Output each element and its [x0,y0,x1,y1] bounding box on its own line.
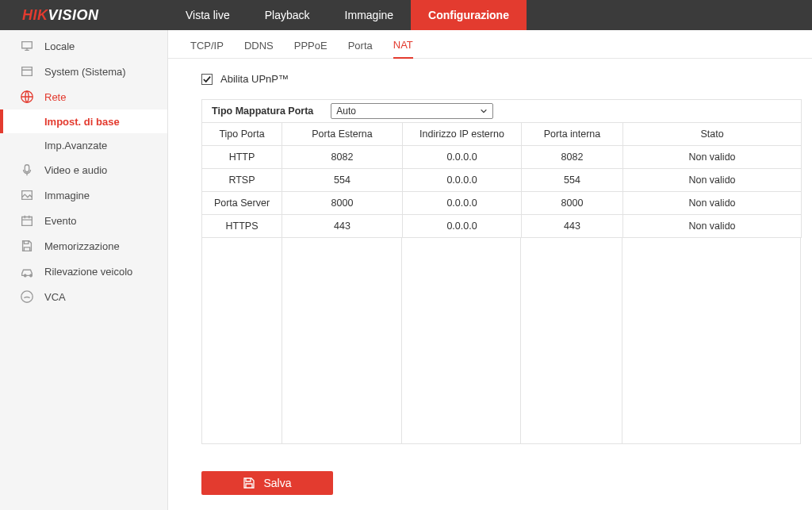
col-header: Indirizzo IP esterno [403,123,522,146]
globe-icon [19,89,35,105]
table-cell: Non valido [623,215,802,238]
table-cell: HTTPS [202,215,282,238]
sidebar-item-label: Video e audio [44,164,107,176]
brand-part2: VISION [48,7,99,24]
car-icon [20,264,34,278]
window-icon [19,63,35,79]
col-header: Porta interna [522,123,623,146]
sidebar-item[interactable]: Locale [0,33,167,59]
mapping-type-label: Tipo Mappatura Porta [212,105,313,117]
save-icon [243,477,255,489]
sidebar-item[interactable]: Rete [0,84,167,109]
table-cell: 554 [522,169,623,192]
sidebar-item[interactable]: VCA [0,284,167,309]
monitor-icon [20,39,34,53]
table-cell: 8000 [282,192,403,215]
table-cell: RTSP [202,169,282,192]
table-cell: 8000 [522,192,623,215]
sidebar-item[interactable]: System (Sistema) [0,59,167,84]
save-label: Salva [263,477,291,489]
table-row[interactable]: HTTPS4430.0.0.0443Non valido [202,215,802,238]
sidebar-item-label: System (Sistema) [44,66,126,78]
sidebar-item[interactable]: Video e audio [0,157,167,182]
mapping-row: Tipo Mappatura PortaAuto [202,100,802,123]
sidebar-item-label: Rete [44,91,66,103]
window-icon [20,64,34,79]
sidebar-subitem[interactable]: Impost. di base [0,109,167,133]
table-row[interactable]: RTSP5540.0.0.0554Non valido [202,169,802,192]
mic-icon [19,162,35,178]
brand-part1: HIK [22,7,48,24]
mapping-type-value: Auto [336,105,356,117]
sidebar-item-label: Locale [44,40,75,52]
mapping-type-select[interactable]: Auto [331,103,493,119]
brand-logo: HIKVISION [0,0,168,30]
table-cell: Porta Server [202,192,282,215]
table-cell: 8082 [282,146,403,169]
subtab[interactable]: Porta [348,40,373,58]
table-cell: Non valido [623,169,802,192]
monitor-icon [19,38,35,54]
topbar: HIKVISION Vista livePlaybackImmagineConf… [0,0,812,30]
sidebar-item[interactable]: Evento [0,208,167,233]
table-cell: 443 [282,215,403,238]
chevron-down-icon [480,107,488,115]
sidebar-item-label: Memorizzazione [44,240,120,252]
subtabs: TCP/IPDDNSPPPoEPortaNAT [168,30,812,59]
nat-table-wrap: Tipo Mappatura PortaAutoTipo PortaPorta … [201,99,802,444]
upnp-label: Abilita UPnP™ [220,73,289,85]
table-cell: Non valido [623,192,802,215]
topnav-item[interactable]: Configurazione [411,0,527,30]
sidebar: LocaleSystem (Sistema)ReteImpost. di bas… [0,30,168,510]
sidebar-item-label: Immagine [44,190,90,201]
save-button[interactable]: Salva [201,471,333,495]
topnav-item[interactable]: Playback [247,0,327,30]
sidebar-item-label: Rilevazione veicolo [44,266,132,278]
vca-icon [19,289,35,305]
save-icon [19,238,35,254]
nat-content: Abilita UPnP™ Tipo Mappatura PortaAutoTi… [168,59,812,509]
sidebar-item-label: VCA [44,291,66,303]
col-header: Tipo Porta [202,123,282,146]
table-cell: 0.0.0.0 [403,169,522,192]
main-panel: TCP/IPDDNSPPPoEPortaNAT Abilita UPnP™ Ti… [168,30,812,510]
topnav-item[interactable]: Vista live [168,0,247,30]
globe-icon [20,90,34,104]
sidebar-item[interactable]: Rilevazione veicolo [0,259,167,284]
check-icon [203,75,211,83]
sidebar-item-label: Evento [44,215,76,227]
save-icon [20,239,34,253]
col-header: Porta Esterna [282,123,403,146]
table-cell: HTTP [202,146,282,169]
image-icon [19,187,35,203]
nat-table: Tipo Mappatura PortaAutoTipo PortaPorta … [201,99,802,238]
car-icon [19,263,35,279]
table-cell: 8082 [522,146,623,169]
calendar-icon [20,213,34,228]
vca-icon [20,290,34,304]
topnav-item[interactable]: Immagine [327,0,411,30]
subtab[interactable]: TCP/IP [190,40,224,58]
sidebar-subitem[interactable]: Imp.Avanzate [0,133,167,157]
table-row[interactable]: Porta Server80000.0.0.08000Non valido [202,192,802,215]
table-cell: 0.0.0.0 [403,146,522,169]
nat-table-empty-area [201,238,801,444]
table-cell: 0.0.0.0 [403,215,522,238]
subtab[interactable]: NAT [393,39,413,59]
table-row[interactable]: HTTP80820.0.0.08082Non valido [202,146,802,169]
table-cell: 554 [282,169,403,192]
table-cell: Non valido [623,146,802,169]
top-nav: Vista livePlaybackImmagineConfigurazione [168,0,527,30]
sidebar-item[interactable]: Memorizzazione [0,233,167,259]
subtab[interactable]: PPPoE [294,40,327,58]
table-cell: 443 [522,215,623,238]
image-icon [20,188,34,202]
sidebar-item[interactable]: Immagine [0,182,167,208]
upnp-row: Abilita UPnP™ [201,73,802,85]
calendar-icon [19,213,35,228]
col-header: Stato [623,123,802,146]
mic-icon [20,163,34,177]
subtab[interactable]: DDNS [244,40,274,58]
table-cell: 0.0.0.0 [403,192,522,215]
upnp-checkbox[interactable] [201,74,213,85]
